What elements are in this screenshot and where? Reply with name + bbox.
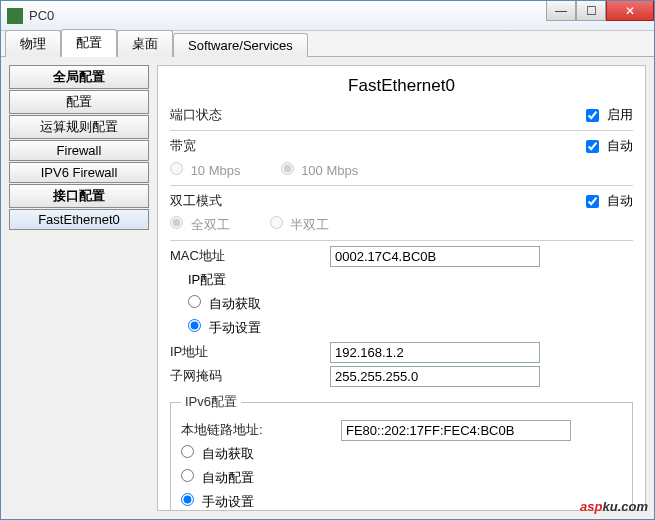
row-ipv6-manual: 手动设置 bbox=[181, 491, 622, 511]
legend-ipv6: IPv6配置 bbox=[181, 393, 241, 411]
tab-software[interactable]: Software/Services bbox=[173, 33, 308, 57]
body: 全局配置 配置 运算规则配置 Firewall IPV6 Firewall 接口… bbox=[1, 57, 654, 519]
radio-ip-auto[interactable]: 自动获取 bbox=[188, 295, 261, 313]
radio-full-duplex[interactable]: 全双工 bbox=[170, 216, 230, 234]
sidebar-item-ipv6firewall[interactable]: IPV6 Firewall bbox=[9, 162, 149, 183]
maximize-button[interactable]: ☐ bbox=[576, 1, 606, 21]
label-mask: 子网掩码 bbox=[170, 367, 330, 385]
label-linklocal: 本地链路地址: bbox=[181, 421, 341, 439]
panel-title: FastEthernet0 bbox=[170, 76, 633, 96]
row-ipv6-auto: 自动获取 bbox=[181, 443, 622, 465]
tab-desktop[interactable]: 桌面 bbox=[117, 30, 173, 57]
label-bandwidth-auto: 自动 bbox=[607, 137, 633, 155]
sidebar-item-algorithm[interactable]: 运算规则配置 bbox=[9, 115, 149, 139]
label-ip: IP地址 bbox=[170, 343, 330, 361]
content-panel: FastEthernet0 端口状态 启用 带宽 自动 10 Mbps bbox=[157, 65, 646, 511]
radio-ipv6-auto[interactable]: 自动获取 bbox=[181, 445, 254, 463]
row-mac: MAC地址 bbox=[170, 245, 633, 267]
row-linklocal: 本地链路地址: bbox=[181, 419, 622, 441]
radio-ip-manual[interactable]: 手动设置 bbox=[188, 319, 261, 337]
legend-ipcfg: IP配置 bbox=[170, 269, 633, 291]
app-window: PC0 — ☐ ✕ 物理 配置 桌面 Software/Services 全局配… bbox=[0, 0, 655, 520]
label-port-status: 端口状态 bbox=[170, 106, 330, 124]
main-tabs: 物理 配置 桌面 Software/Services bbox=[1, 31, 654, 57]
row-bandwidth-opts: 10 Mbps 100 Mbps bbox=[170, 159, 633, 181]
sidebar-item-config[interactable]: 配置 bbox=[9, 90, 149, 114]
sidebar-item-fastethernet0[interactable]: FastEthernet0 bbox=[9, 209, 149, 230]
sidebar-header-interface[interactable]: 接口配置 bbox=[9, 184, 149, 208]
label-bandwidth: 带宽 bbox=[170, 137, 330, 155]
sidebar-header-global[interactable]: 全局配置 bbox=[9, 65, 149, 89]
input-mask[interactable] bbox=[330, 366, 540, 387]
checkbox-duplex-auto[interactable] bbox=[586, 195, 599, 208]
app-icon bbox=[7, 8, 23, 24]
row-ip-auto: 自动获取 bbox=[170, 293, 633, 315]
label-mac: MAC地址 bbox=[170, 247, 330, 265]
label-duplex-auto: 自动 bbox=[607, 192, 633, 210]
row-ip-manual: 手动设置 bbox=[170, 317, 633, 339]
row-ipv6-autocfg: 自动配置 bbox=[181, 467, 622, 489]
row-mask: 子网掩码 bbox=[170, 365, 633, 387]
close-button[interactable]: ✕ bbox=[606, 1, 654, 21]
row-port-status: 端口状态 启用 bbox=[170, 104, 633, 126]
radio-10mbps[interactable]: 10 Mbps bbox=[170, 162, 241, 178]
checkbox-bandwidth-auto[interactable] bbox=[586, 140, 599, 153]
window-title: PC0 bbox=[29, 8, 546, 23]
label-duplex: 双工模式 bbox=[170, 192, 330, 210]
sidebar: 全局配置 配置 运算规则配置 Firewall IPV6 Firewall 接口… bbox=[9, 65, 149, 511]
radio-half-duplex[interactable]: 半双工 bbox=[270, 216, 330, 234]
row-duplex-opts: 全双工 半双工 bbox=[170, 214, 633, 236]
radio-ipv6-autocfg[interactable]: 自动配置 bbox=[181, 469, 254, 487]
fieldset-ipv6: IPv6配置 本地链路地址: 自动获取 自动配置 手动设置 IPv6地址 bbox=[170, 393, 633, 511]
minimize-button[interactable]: — bbox=[546, 1, 576, 21]
row-duplex: 双工模式 自动 bbox=[170, 190, 633, 212]
sidebar-item-firewall[interactable]: Firewall bbox=[9, 140, 149, 161]
input-linklocal[interactable] bbox=[341, 420, 571, 441]
row-ip: IP地址 bbox=[170, 341, 633, 363]
titlebar: PC0 — ☐ ✕ bbox=[1, 1, 654, 31]
radio-ipv6-manual[interactable]: 手动设置 bbox=[181, 493, 254, 511]
window-controls: — ☐ ✕ bbox=[546, 1, 654, 30]
row-bandwidth: 带宽 自动 bbox=[170, 135, 633, 157]
input-mac[interactable] bbox=[330, 246, 540, 267]
checkbox-port-enable[interactable] bbox=[586, 109, 599, 122]
radio-100mbps[interactable]: 100 Mbps bbox=[281, 162, 359, 178]
tab-config[interactable]: 配置 bbox=[61, 29, 117, 57]
tab-physical[interactable]: 物理 bbox=[5, 30, 61, 57]
input-ip[interactable] bbox=[330, 342, 540, 363]
watermark: aspku.com bbox=[580, 491, 648, 517]
label-enable: 启用 bbox=[607, 106, 633, 124]
